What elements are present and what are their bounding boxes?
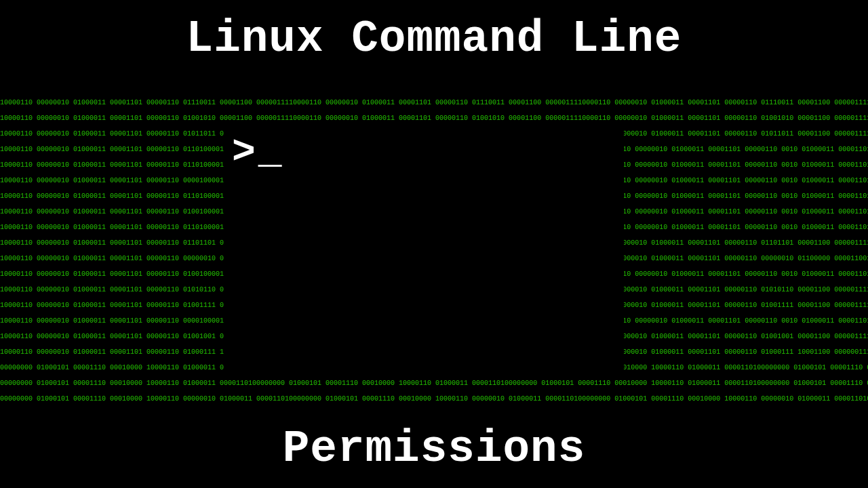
binary-row: 10000110 00000010 01000011 00001101 0000… [0,95,868,110]
terminal-prompt: >_ [232,130,285,174]
terminal-prompt-box: >_ [224,129,624,376]
page-title: Linux Command Line [0,14,868,64]
binary-row: 00000000 01000101 00001110 00010000 1000… [0,375,868,391]
page-subtitle: Permissions [0,424,868,474]
binary-row: 00000000 01000101 00001110 00010000 1000… [0,391,868,407]
binary-row: 10000110 00000010 01000011 00001101 0000… [0,110,868,126]
